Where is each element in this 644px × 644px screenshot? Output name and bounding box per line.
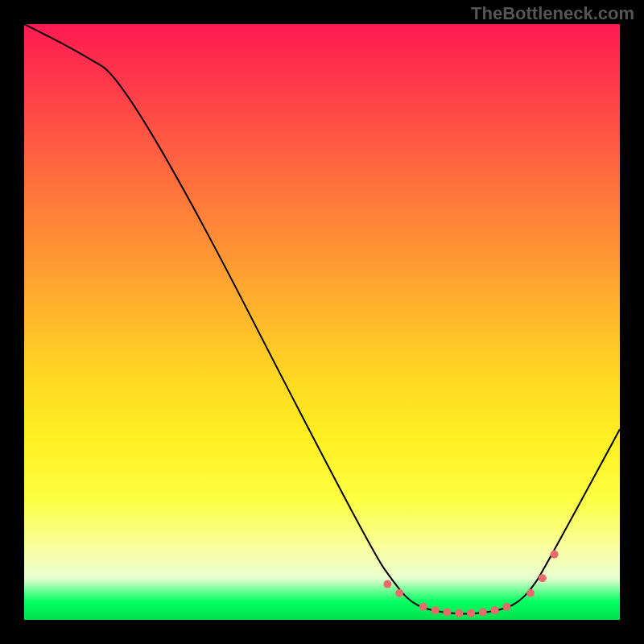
range-dot: [491, 606, 499, 614]
range-dot: [431, 606, 440, 614]
range-dot: [502, 603, 510, 611]
range-dot: [479, 608, 487, 616]
optimal-range-dots: [383, 551, 558, 617]
watermark-text: TheBottleneck.com: [471, 3, 634, 24]
range-dot: [551, 551, 559, 559]
range-dot: [395, 589, 403, 597]
range-dot: [419, 603, 427, 611]
range-dot: [467, 609, 475, 617]
chart-svg: [24, 24, 620, 620]
bottleneck-curve: [24, 24, 620, 614]
range-dot: [539, 574, 547, 582]
range-dot: [455, 609, 463, 617]
range-dot: [383, 580, 391, 588]
range-dot: [443, 608, 451, 616]
plot-area: [24, 24, 620, 620]
range-dot: [526, 589, 535, 597]
